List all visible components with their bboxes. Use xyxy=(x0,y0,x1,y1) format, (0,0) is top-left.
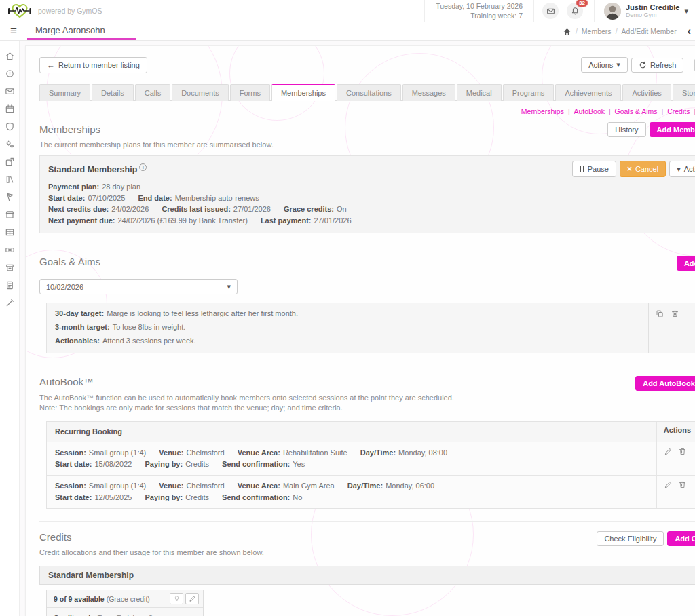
credit-availability: 9 of 9 available xyxy=(54,595,105,603)
goal-date-select[interactable]: 10/02/2026 xyxy=(39,279,238,294)
member-tabs: Summary Details Calls Documents Forms Me… xyxy=(39,84,695,101)
sidebar-item-store[interactable] xyxy=(0,209,19,220)
sidebar-item-classes[interactable] xyxy=(0,191,19,203)
section-anchors: Memberships AutoBook Goals & Aims Credit… xyxy=(39,101,695,117)
share-icon xyxy=(5,157,15,167)
delete-autobook-button[interactable] xyxy=(678,447,687,456)
delete-autobook-button[interactable] xyxy=(678,480,687,489)
home-icon[interactable] xyxy=(563,27,571,36)
dates-line: Start date:07/10/2025 End date:Membershi… xyxy=(48,193,695,204)
breadcrumb-members[interactable]: Members xyxy=(582,27,612,35)
books-icon xyxy=(5,174,15,185)
sidebar-item-security[interactable] xyxy=(0,121,19,132)
status-icon xyxy=(5,69,15,79)
payment-plan-line: Payment plan:28 day plan xyxy=(48,181,695,193)
credits-line: Next credits due:24/02/2026 Credits last… xyxy=(48,204,695,215)
delete-goal-button[interactable] xyxy=(671,309,679,318)
user-org: Demo Gym xyxy=(626,12,679,18)
pencil-icon xyxy=(664,480,673,489)
refresh-button[interactable]: Refresh xyxy=(631,58,684,73)
pause-icon xyxy=(580,166,584,172)
sidebar-item-settings[interactable] xyxy=(0,138,19,150)
shield-icon xyxy=(5,121,15,132)
sidebar-item-calendar[interactable] xyxy=(0,103,19,115)
copy-goal-button[interactable] xyxy=(656,309,664,318)
anchor-autobook[interactable]: AutoBook xyxy=(568,107,605,115)
top-header: powered by GymOS Tuesday, 10 February 20… xyxy=(0,0,695,22)
memberships-description: The current membership plans for this me… xyxy=(39,140,274,149)
goals-title: Goals & Aims xyxy=(39,256,100,267)
sidebar-item-vouchers[interactable] xyxy=(0,244,19,256)
tab-messages[interactable]: Messages xyxy=(402,84,455,101)
sidebar-item-export[interactable] xyxy=(0,156,19,168)
goal-record-card: 30-day target:Marge is looking to feel l… xyxy=(46,303,695,353)
actions-dropdown-button[interactable]: Actions xyxy=(581,57,628,73)
anchor-memberships[interactable]: Memberships xyxy=(521,107,564,115)
tab-calls[interactable]: Calls xyxy=(135,84,170,101)
credits-description: Credit allocations and their usage for t… xyxy=(39,548,264,556)
tab-programs[interactable]: Programs xyxy=(503,84,555,101)
tab-documents[interactable]: Documents xyxy=(172,84,229,101)
sidebar-item-home[interactable] xyxy=(0,50,19,62)
autobook-row: Session:Small group (1:4) Venue:Chelmsfo… xyxy=(47,442,695,475)
training-week: Training week: 7 xyxy=(470,11,523,20)
sidebar-item-reports[interactable] xyxy=(0,280,19,291)
powered-by-text: powered by GymOS xyxy=(38,7,102,15)
credit-pack-line: Credit pack:Team Training - 8 xyxy=(54,613,196,616)
info-icon[interactable] xyxy=(139,163,147,171)
column-recurring-booking: Recurring Booking xyxy=(47,422,656,442)
tab-medical[interactable]: Medical xyxy=(457,84,502,101)
trash-icon xyxy=(678,447,687,456)
notifications-button[interactable]: 32 xyxy=(567,3,583,19)
copy-icon xyxy=(656,309,664,318)
tab-achievements[interactable]: Achievements xyxy=(555,84,621,101)
cancel-membership-button[interactable]: Cancel xyxy=(620,161,666,177)
edit-autobook-button[interactable] xyxy=(664,480,673,489)
credit-usage-button[interactable] xyxy=(170,593,183,604)
history-button[interactable]: History xyxy=(607,122,645,137)
add-goal-button[interactable]: Add Goal xyxy=(677,256,695,271)
menu-toggle-button[interactable] xyxy=(0,22,27,40)
sidebar-item-library[interactable] xyxy=(0,174,19,185)
messages-button[interactable] xyxy=(542,3,559,19)
add-membership-button[interactable]: Add Membership xyxy=(650,122,695,137)
credit-pack-card: 9 of 9 available (Grace credit) Credit p… xyxy=(46,590,204,616)
date-block: Tuesday, 10 February 2026 Training week:… xyxy=(424,0,534,22)
envelope-icon xyxy=(546,7,555,16)
check-eligibility-button[interactable]: Check Eligibility xyxy=(597,531,664,546)
refresh-icon xyxy=(639,61,647,69)
user-menu[interactable]: Justin Credible Demo Gym xyxy=(594,0,688,22)
notification-badge: 32 xyxy=(576,0,588,7)
return-to-member-listing-button[interactable]: Return to member listing xyxy=(39,57,147,73)
tab-details[interactable]: Details xyxy=(92,84,134,101)
memberships-panel: Memberships AutoBook Goals & Aims Credit… xyxy=(39,100,695,616)
sidebar-item-messages[interactable] xyxy=(0,85,19,97)
tab-consultations[interactable]: Consultations xyxy=(337,84,401,101)
anchor-credits[interactable]: Credits xyxy=(662,107,690,115)
title-bar: Marge Aaronsohn Members Add/Edit Member xyxy=(0,22,695,41)
sidebar-item-tools[interactable] xyxy=(0,297,19,309)
breadcrumb-add-edit-member[interactable]: Add/Edit Member xyxy=(622,27,677,35)
memberships-title: Memberships xyxy=(39,123,274,135)
chevron-down-icon xyxy=(684,7,688,16)
edit-autobook-button[interactable] xyxy=(664,447,673,456)
collapse-panel-icon[interactable] xyxy=(688,25,691,37)
tab-forms[interactable]: Forms xyxy=(230,84,270,101)
tab-activities[interactable]: Activities xyxy=(622,84,671,101)
tab-summary[interactable]: Summary xyxy=(39,84,90,101)
autobook-description: The AutoBook™ function can be used to au… xyxy=(39,393,454,402)
home-icon xyxy=(5,51,15,61)
add-autobook-button[interactable]: Add AutoBook xyxy=(635,376,695,391)
sidebar-item-status[interactable] xyxy=(0,68,19,79)
tab-memberships[interactable]: Memberships xyxy=(271,84,335,101)
anchor-goals-aims[interactable]: Goals & Aims xyxy=(609,107,658,115)
sidebar-item-products[interactable] xyxy=(0,262,19,273)
sidebar-item-tables[interactable] xyxy=(0,227,19,238)
pause-membership-button[interactable]: Pause xyxy=(572,161,616,177)
add-credits-button[interactable]: Add Credits xyxy=(667,531,695,546)
tab-store-tab[interactable]: Store Tab xyxy=(673,84,695,101)
edit-credit-button[interactable] xyxy=(185,593,199,604)
breadcrumb: Members Add/Edit Member xyxy=(563,25,695,37)
membership-actions-dropdown-button[interactable]: Actions xyxy=(669,161,695,177)
envelope-icon xyxy=(5,86,15,96)
